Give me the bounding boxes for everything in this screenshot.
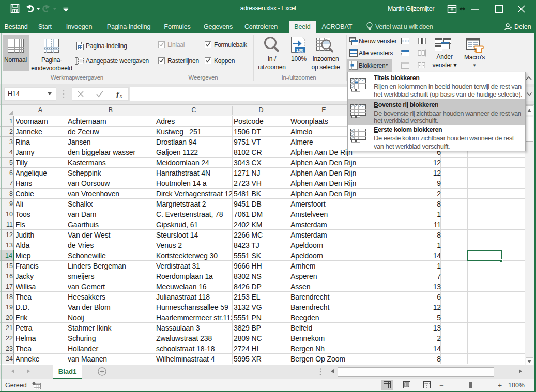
svg-text:100: 100 [296, 48, 303, 53]
svg-text:x: x [119, 93, 122, 99]
svg-text:f: f [116, 90, 120, 98]
